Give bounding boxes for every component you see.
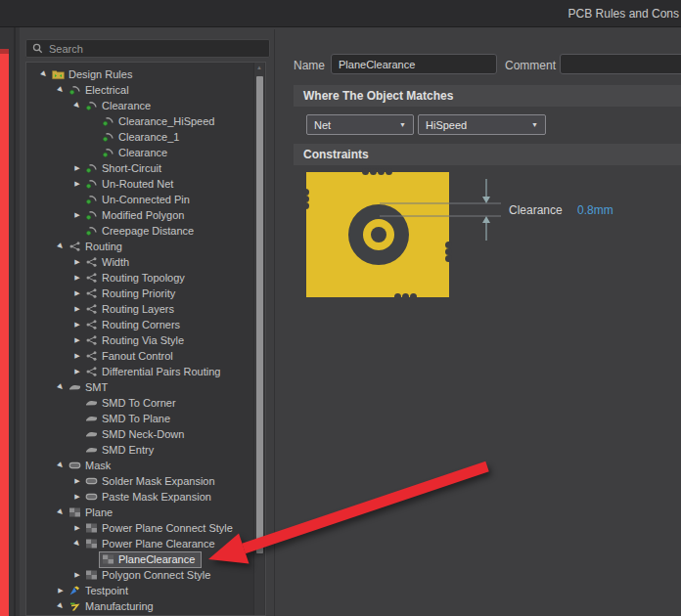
tree-item-content[interactable]: Clearance [83, 99, 157, 113]
expand-arrow-icon[interactable]: ▶ [71, 160, 83, 176]
net-value-dropdown[interactable]: HiSpeed ▼ [418, 114, 546, 135]
tree-item-design-rules[interactable]: ▶Design Rules [26, 66, 253, 82]
tree-item-content[interactable]: Routing [67, 240, 128, 254]
expand-arrow-icon[interactable]: ▶ [71, 286, 83, 301]
tree-item-content[interactable]: Design Rules [50, 67, 138, 82]
tree-item-content[interactable]: Polygon Connect Style [83, 568, 216, 583]
rule-comment-input[interactable] [560, 54, 681, 74]
tree-item-smd-to-plane[interactable]: SMD To Plane [26, 411, 253, 426]
expand-arrow-icon[interactable]: ▶ [71, 364, 83, 379]
mask-icon [68, 460, 81, 471]
expand-arrow-icon[interactable]: ▶ [71, 207, 83, 223]
tree-item-short-circuit[interactable]: ▶Short-Circuit [26, 160, 253, 176]
tree-item-content[interactable]: Width [83, 255, 135, 270]
tree-item-content[interactable]: Creepage Distance [83, 224, 200, 239]
expand-arrow-icon[interactable]: ▶ [71, 176, 83, 192]
tree-item-content[interactable]: SMT [67, 380, 114, 395]
tree-item-un-routed-net[interactable]: ▶Un-Routed Net [26, 176, 253, 192]
expand-arrow-icon[interactable]: ▶ [71, 332, 83, 348]
tree-item-smd-entry[interactable]: SMD Entry [26, 442, 253, 458]
tree-item-routing-topology[interactable]: ▶Routing Topology [26, 270, 253, 286]
tree-item-content[interactable]: Mask [67, 459, 116, 473]
search-input[interactable] [49, 43, 263, 55]
tree-item-content[interactable]: Electrical [67, 83, 135, 98]
tree-item-modified-polygon[interactable]: ▶Modified Polygon [26, 207, 253, 223]
tree-item-manufacturing[interactable]: ▶Manufacturing [26, 598, 253, 614]
tree-item-content[interactable]: SMD To Corner [83, 396, 182, 411]
expand-arrow-icon[interactable]: ▶ [71, 567, 83, 583]
tree-item-label: Paste Mask Expansion [102, 491, 211, 503]
tree-item-mask[interactable]: ▶Mask [26, 458, 253, 473]
tree-item-content[interactable]: SMD Entry [83, 443, 159, 458]
tree-item-solder-mask-expansion[interactable]: ▶Solder Mask Expansion [26, 473, 253, 489]
expand-arrow-icon[interactable]: ▶ [71, 317, 83, 332]
tree-item-width[interactable]: ▶Width [26, 254, 253, 270]
tree-item-content[interactable]: SMD To Plane [83, 412, 176, 426]
tree-item-clearance[interactable]: Clearance [26, 145, 253, 160]
tree-item-un-connected-pin[interactable]: Un-Connected Pin [26, 192, 253, 207]
scope-dropdown[interactable]: Net ▼ [306, 114, 414, 135]
rule-name-input[interactable] [331, 54, 497, 74]
tree-item-smd-to-corner[interactable]: SMD To Corner [26, 395, 253, 411]
tree-item-content[interactable]: Manufacturing [67, 599, 159, 614]
tree-item-differential-pairs-routing[interactable]: ▶Differential Pairs Routing [26, 364, 253, 379]
tree-item-testpoint[interactable]: ▶Testpoint [26, 583, 253, 598]
tree-item-routing[interactable]: ▶Routing [26, 239, 253, 254]
tree-item-content[interactable]: Testpoint [67, 584, 134, 598]
clearance-value[interactable]: 0.8mm [577, 203, 613, 217]
tree-item-electrical[interactable]: ▶Electrical [26, 82, 253, 98]
tree-item-content[interactable]: Fanout Control [83, 349, 179, 364]
tree-item-polygon-connect-style[interactable]: ▶Polygon Connect Style [26, 567, 253, 583]
tree-item-label: PlaneClearance [118, 553, 195, 565]
tree-item-content[interactable]: Solder Mask Expansion [83, 474, 221, 489]
expand-arrow-icon[interactable]: ▶ [71, 301, 83, 317]
tree-item-creepage-distance[interactable]: Creepage Distance [26, 223, 253, 239]
tree-item-content[interactable]: Clearance [100, 146, 173, 160]
tree-item-content[interactable]: Short-Circuit [83, 161, 167, 176]
search-box[interactable] [25, 39, 270, 58]
tree-item-smt[interactable]: ▶SMT [26, 379, 253, 395]
tree-item-content[interactable]: Power Plane Clearance [83, 537, 221, 551]
tree-item-routing-via-style[interactable]: ▶Routing Via Style [26, 332, 253, 348]
tree-item-content[interactable]: Routing Topology [83, 271, 191, 286]
tree-item-label: Fanout Control [102, 350, 173, 362]
tree-item-clearance-1[interactable]: Clearance_1 [26, 129, 253, 145]
tree-item-power-plane-clearance[interactable]: ▶Power Plane Clearance [26, 536, 253, 551]
tree-item-content[interactable]: Modified Polygon [83, 208, 190, 223]
tree-item-content[interactable]: Differential Pairs Routing [83, 365, 226, 379]
tree-item-content[interactable]: Clearance_HiSpeed [100, 114, 220, 129]
scrollbar-up-icon[interactable]: ▲ [254, 65, 264, 70]
tree-item-content[interactable]: Power Plane Connect Style [83, 521, 239, 536]
tree-item-content[interactable]: Routing Corners [83, 318, 186, 332]
tree-item-content[interactable]: Un-Connected Pin [83, 193, 196, 207]
tree-item-content[interactable]: Paste Mask Expansion [83, 490, 217, 505]
tree-item-routing-layers[interactable]: ▶Routing Layers [26, 301, 253, 317]
tree-item-content[interactable]: SMD Neck-Down [83, 427, 190, 442]
tree-item-clearance[interactable]: ▶Clearance [26, 98, 253, 113]
expand-arrow-icon[interactable]: ▶ [71, 473, 83, 489]
tree-item-content[interactable]: Routing Layers [83, 302, 180, 317]
scrollbar-thumb[interactable] [256, 76, 263, 553]
tree-item-content[interactable]: Routing Priority [83, 286, 181, 301]
tree-item-plane[interactable]: ▶Plane [26, 505, 253, 520]
tree-item-routing-priority[interactable]: ▶Routing Priority [26, 286, 253, 301]
tree-item-content[interactable]: Un-Routed Net [83, 177, 179, 192]
expand-arrow-icon[interactable]: ▶ [71, 489, 83, 505]
expand-arrow-icon[interactable]: ▶ [71, 348, 83, 364]
tree-item-clearance-hispeed[interactable]: Clearance_HiSpeed [26, 113, 253, 129]
tree-item-paste-mask-expansion[interactable]: ▶Paste Mask Expansion [26, 489, 253, 505]
tree-item-content[interactable]: Routing Via Style [83, 333, 190, 348]
tree-item-smd-neck-down[interactable]: SMD Neck-Down [26, 426, 253, 442]
expand-arrow-icon[interactable]: ▶ [71, 270, 83, 286]
chevron-down-icon: ▼ [393, 121, 406, 128]
tree-item-fanout-control[interactable]: ▶Fanout Control [26, 348, 253, 364]
tree-scrollbar[interactable]: ▲ [253, 63, 264, 615]
plane-icon [68, 506, 81, 518]
tree-item-routing-corners[interactable]: ▶Routing Corners [26, 317, 253, 332]
tree-item-planeclearance[interactable]: PlaneClearance [26, 551, 253, 567]
tree-item-power-plane-connect-style[interactable]: ▶Power Plane Connect Style [26, 520, 253, 536]
expand-arrow-icon[interactable]: ▶ [71, 254, 83, 270]
tree-item-content[interactable]: PlaneClearance [100, 552, 201, 567]
tree-item-content[interactable]: Plane [67, 506, 118, 520]
tree-item-content[interactable]: Clearance_1 [100, 130, 185, 145]
